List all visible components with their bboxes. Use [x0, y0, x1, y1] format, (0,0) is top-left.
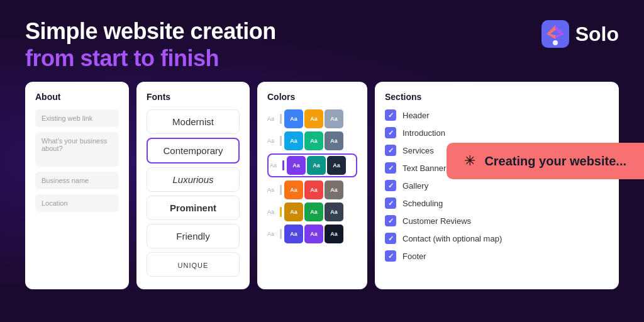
- font-modernist[interactable]: Modernist: [147, 109, 240, 134]
- color-palette-row-1[interactable]: Aa Aa Aa Aa: [267, 109, 357, 128]
- contact-label: Contact (with optional map): [402, 234, 502, 243]
- scheduling-checkbox[interactable]: ✓: [385, 197, 396, 209]
- services-label: Services: [402, 146, 434, 155]
- text-banner-checkbox[interactable]: ✓: [385, 162, 396, 174]
- hero-title: Simple website creation: [25, 18, 276, 45]
- color-palette-row-2[interactable]: Aa Aa Aa Aa: [267, 131, 357, 150]
- font-prominent[interactable]: Prominent: [147, 196, 240, 220]
- introduction-label: Introduction: [402, 128, 445, 138]
- existing-web-link-field[interactable]: Existing web link: [35, 109, 119, 127]
- check-icon: ✓: [388, 199, 394, 208]
- customer-reviews-label: Customer Reviews: [402, 216, 471, 226]
- header-checkbox[interactable]: ✓: [385, 109, 396, 121]
- business-about-field[interactable]: What's your business about?: [35, 132, 119, 167]
- text-banner-label: Text Banner: [402, 164, 446, 173]
- business-name-field[interactable]: Business name: [35, 172, 119, 189]
- fonts-card-title: Fonts: [147, 92, 240, 102]
- section-header[interactable]: ✓ Header: [385, 109, 609, 121]
- introduction-checkbox[interactable]: ✓: [385, 127, 396, 138]
- check-icon: ✓: [388, 182, 394, 190]
- gallery-label: Gallery: [402, 181, 428, 191]
- about-card: About Existing web link What's your busi…: [25, 82, 129, 289]
- font-friendly[interactable]: Friendly: [147, 224, 240, 248]
- header-label: Header: [402, 111, 430, 120]
- section-scheduling[interactable]: ✓ Scheduling: [385, 197, 609, 209]
- header: Simple website creation from start to fi…: [0, 0, 644, 84]
- color-palette-row-5[interactable]: Aa Aa Aa Aa: [267, 203, 357, 221]
- hero-text: Simple website creation from start to fi…: [25, 18, 276, 72]
- location-field[interactable]: Location: [35, 194, 119, 212]
- about-card-title: About: [35, 92, 119, 102]
- logo: Solo: [541, 20, 619, 48]
- section-contact[interactable]: ✓ Contact (with optional map): [385, 233, 609, 244]
- check-icon: ✓: [388, 111, 394, 119]
- footer-label: Footer: [402, 252, 426, 261]
- scheduling-label: Scheduling: [402, 199, 443, 208]
- sections-card: Sections ✓ Header ✓ Introduction ✓ Servi…: [375, 82, 619, 289]
- section-gallery[interactable]: ✓ Gallery: [385, 180, 609, 191]
- check-icon: ✓: [388, 164, 394, 172]
- creating-text: Creating your website...: [484, 154, 626, 169]
- color-palette-row-3-selected[interactable]: Aa Aa Aa Aa: [267, 153, 357, 177]
- contact-checkbox[interactable]: ✓: [385, 233, 396, 244]
- footer-checkbox[interactable]: ✓: [385, 250, 396, 262]
- check-icon: ✓: [388, 235, 394, 243]
- cards-container: About Existing web link What's your busi…: [25, 82, 619, 322]
- color-palette-row-4[interactable]: Aa Aa Aa Aa: [267, 180, 357, 199]
- customer-reviews-checkbox[interactable]: ✓: [385, 215, 396, 226]
- font-unique[interactable]: unique: [147, 252, 240, 277]
- fonts-card: Fonts Modernist Contemporary Luxurious P…: [136, 82, 250, 289]
- check-icon: ✓: [388, 217, 394, 225]
- spinner-icon: ✳: [464, 153, 475, 169]
- services-checkbox[interactable]: ✓: [385, 145, 396, 156]
- color-palette-row-6[interactable]: Aa Aa Aa Aa: [267, 225, 357, 243]
- solo-logo-icon: [541, 20, 569, 48]
- check-icon: ✓: [388, 252, 394, 260]
- brand-name: Solo: [575, 23, 619, 46]
- section-introduction[interactable]: ✓ Introduction: [385, 127, 609, 138]
- hero-subtitle: from start to finish: [25, 45, 276, 72]
- check-icon: ✓: [388, 129, 394, 137]
- sections-card-title: Sections: [385, 92, 609, 102]
- font-luxurious[interactable]: Luxurious: [147, 167, 240, 192]
- gallery-checkbox[interactable]: ✓: [385, 180, 396, 191]
- section-customer-reviews[interactable]: ✓ Customer Reviews: [385, 215, 609, 226]
- font-contemporary[interactable]: Contemporary: [147, 138, 240, 164]
- check-icon: ✓: [388, 147, 394, 155]
- section-footer[interactable]: ✓ Footer: [385, 250, 609, 262]
- creating-overlay: ✳ Creating your website...: [447, 143, 644, 179]
- colors-card-title: Colors: [267, 92, 357, 102]
- colors-card: Colors Aa Aa Aa Aa Aa Aa Aa Aa Aa Aa Aa …: [257, 82, 367, 289]
- svg-point-1: [553, 40, 558, 45]
